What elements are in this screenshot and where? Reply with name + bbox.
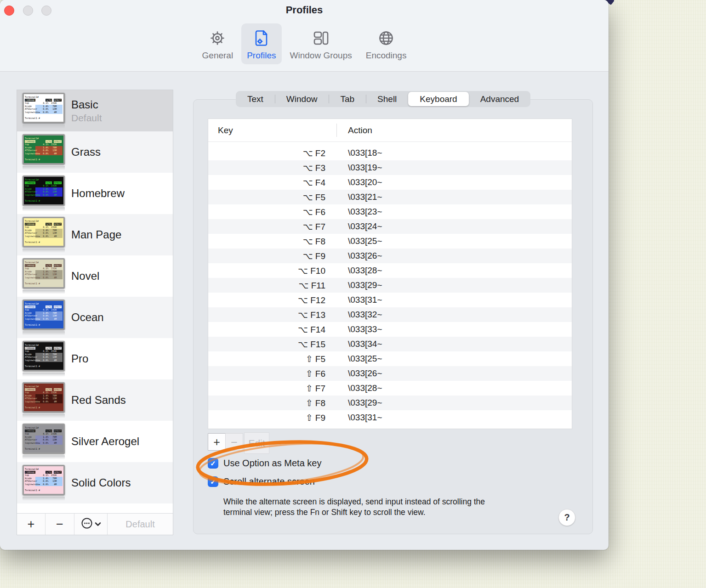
key-binding-row[interactable]: ⌥ F3 \033[19~ (208, 160, 572, 175)
key-cell: ⌥ F3 (208, 163, 336, 173)
thumbnail-reflection (23, 290, 65, 294)
tab-tab[interactable]: Tab (329, 91, 366, 107)
toolbar-item-encodings[interactable]: Encodings (360, 23, 412, 64)
thumbnail-reflection (23, 166, 65, 170)
profile-list-item[interactable]: Terminal1#COMMAND%CPURPRVTtop 4.1% 231KX… (17, 462, 173, 503)
profile-list-item[interactable]: Terminal1#COMMAND%CPURPRVTtop 4.1% 231KX… (17, 255, 173, 297)
key-binding-row[interactable]: ⌥ F5 \033[21~ (208, 190, 572, 204)
profile-default-badge: Default (71, 113, 102, 124)
toolbar-label-encodings: Encodings (366, 51, 407, 61)
action-cell: \033[23~ (336, 207, 382, 217)
profile-thumbnail: Terminal1#COMMAND%CPURPRVTtop 4.1% 231KX… (23, 217, 65, 253)
profile-name: Silver Aerogel (71, 435, 139, 448)
profile-list-item[interactable]: Terminal1#COMMAND%CPURPRVTtop 4.1% 231KX… (17, 338, 173, 379)
key-binding-row[interactable]: ⌥ F12 \033[31~ (208, 293, 572, 307)
tab-text[interactable]: Text (236, 91, 275, 107)
tab-keyboard[interactable]: Keyboard (408, 92, 468, 106)
key-cell: ⌥ F15 (208, 339, 336, 350)
add-profile-button[interactable]: + (17, 514, 46, 535)
toolbar-item-profiles[interactable]: Profiles (241, 23, 281, 64)
action-cell: \033[29~ (336, 280, 382, 290)
profile-thumbnail: Terminal1#COMMAND%CPURPRVTtop 4.1% 231KX… (23, 382, 65, 418)
column-header-action[interactable]: Action (336, 125, 372, 136)
key-binding-row[interactable]: ⌥ F10 \033[28~ (208, 263, 572, 278)
window-groups-icon (310, 28, 331, 49)
key-binding-row[interactable]: ⌥ F13 \033[32~ (208, 307, 572, 322)
key-binding-row[interactable]: ⇧ F6 \033[26~ (208, 366, 572, 381)
toolbar-label-window-groups: Window Groups (290, 51, 352, 61)
profile-thumbnail: Terminal1#COMMAND%CPURPRVTtop 4.1% 231KX… (23, 300, 65, 335)
use-option-as-meta-key-checkbox-row: ✓ Use Option as Meta key (208, 458, 321, 469)
key-binding-row[interactable]: ⇧ F5 \033[25~ (208, 351, 572, 366)
toolbar-label-general: General (202, 51, 233, 61)
action-cell: \033[33~ (336, 324, 382, 334)
profile-document-icon (251, 28, 272, 49)
profile-name: Basic (71, 98, 102, 111)
key-binding-row[interactable]: ⌥ F14 \033[33~ (208, 322, 572, 337)
key-binding-row[interactable]: ⌥ F9 \033[26~ (208, 249, 572, 263)
edit-key-binding-button: Edit (244, 432, 269, 454)
alternate-screen-help-text: While the alternate screen is displayed,… (223, 497, 545, 518)
profile-list-item[interactable]: Terminal1#COMMAND%CPURPRVTtop 4.1% 231KX… (17, 90, 173, 131)
preferences-toolbar: General (0, 23, 609, 64)
key-binding-row[interactable]: ⌥ F15 \033[34~ (208, 337, 572, 351)
remove-key-binding-button: − (225, 433, 243, 451)
profile-list-item[interactable]: Terminal1#COMMAND%CPURPRVTtop 4.1% 231KX… (17, 379, 173, 421)
action-cell: \033[21~ (336, 192, 382, 202)
action-cell: \033[19~ (336, 163, 382, 173)
globe-icon (376, 28, 397, 49)
profile-name: Grass (71, 146, 101, 158)
remove-profile-button[interactable]: − (46, 514, 74, 535)
profile-actions-menu-button[interactable] (74, 514, 108, 535)
key-binding-row[interactable]: ⌥ F2 \033[18~ (208, 146, 572, 160)
profile-tabs: TextWindowTabShellKeyboardAdvanced (236, 91, 530, 107)
tab-window[interactable]: Window (275, 91, 329, 107)
thumbnail-reflection (23, 331, 65, 335)
action-cell: \033[26~ (336, 251, 382, 261)
action-cell: \033[29~ (336, 398, 382, 408)
profile-name: Homebrew (71, 187, 125, 200)
toolbar-item-general[interactable]: General (197, 23, 239, 64)
profile-list-item[interactable]: Terminal1#COMMAND%CPURPRVTtop 4.1% 231KX… (17, 173, 173, 214)
tab-shell[interactable]: Shell (366, 91, 408, 107)
tab-advanced[interactable]: Advanced (469, 91, 531, 107)
profile-list-item[interactable]: Terminal1#COMMAND%CPURPRVTtop 4.1% 231KX… (17, 297, 173, 338)
action-cell: \033[31~ (336, 295, 382, 305)
thumbnail-reflection (23, 373, 65, 377)
profile-list-item[interactable]: Terminal1#COMMAND%CPURPRVTtop 4.1% 231KX… (17, 421, 173, 462)
chevron-down-icon (95, 520, 101, 528)
key-binding-row[interactable]: ⌥ F11 \033[29~ (208, 278, 572, 293)
profile-name: Novel (71, 270, 99, 283)
profile-list-item[interactable]: Terminal1#COMMAND%CPURPRVTtop 4.1% 231KX… (17, 131, 173, 173)
profile-thumbnail: Terminal1#COMMAND%CPURPRVTtop 4.1% 231KX… (23, 424, 65, 459)
help-button[interactable]: ? (558, 509, 575, 526)
key-cell: ⌥ F10 (208, 266, 336, 276)
toolbar-item-window-groups[interactable]: Window Groups (285, 23, 358, 64)
profile-thumbnail: Terminal1#COMMAND%CPURPRVTtop 4.1% 231KX… (23, 465, 65, 501)
key-binding-row[interactable]: ⇧ F8 \033[29~ (208, 396, 572, 410)
profile-name: Solid Colors (71, 476, 131, 489)
profile-list-item[interactable]: Terminal1#COMMAND%CPURPRVTtop 4.1% 231KX… (17, 214, 173, 255)
key-binding-row[interactable]: ⌥ F8 \033[25~ (208, 234, 572, 249)
sidebar-footer: + − (17, 513, 173, 535)
gear-icon (207, 28, 228, 49)
use-option-as-meta-key-checkbox[interactable]: ✓ (208, 458, 218, 469)
column-header-key[interactable]: Key (208, 125, 336, 136)
key-cell: ⌥ F2 (208, 148, 336, 158)
key-binding-row[interactable]: ⌥ F4 \033[20~ (208, 175, 572, 190)
key-cell: ⌥ F4 (208, 177, 336, 188)
action-cell: \033[20~ (336, 177, 382, 187)
key-cell: ⌥ F8 (208, 236, 336, 247)
scroll-alternate-screen-checkbox[interactable]: ✓ (208, 476, 218, 487)
action-cell: \033[26~ (336, 368, 382, 379)
titlebar: Profiles (0, 0, 609, 72)
key-binding-row[interactable]: ⌥ F6 \033[23~ (208, 204, 572, 219)
key-binding-row[interactable]: ⌥ F7 \033[24~ (208, 219, 572, 234)
add-key-binding-button[interactable]: + (208, 433, 226, 451)
profile-thumbnail: Terminal1#COMMAND%CPURPRVTtop 4.1% 231KX… (23, 258, 65, 294)
action-cell: \033[28~ (336, 266, 382, 276)
key-binding-row[interactable]: ⇧ F7 \033[28~ (208, 381, 572, 396)
key-cell: ⌥ F11 (208, 280, 336, 291)
toolbar-label-profiles: Profiles (247, 51, 276, 61)
key-binding-row[interactable]: ⇧ F9 \033[31~ (208, 410, 572, 425)
